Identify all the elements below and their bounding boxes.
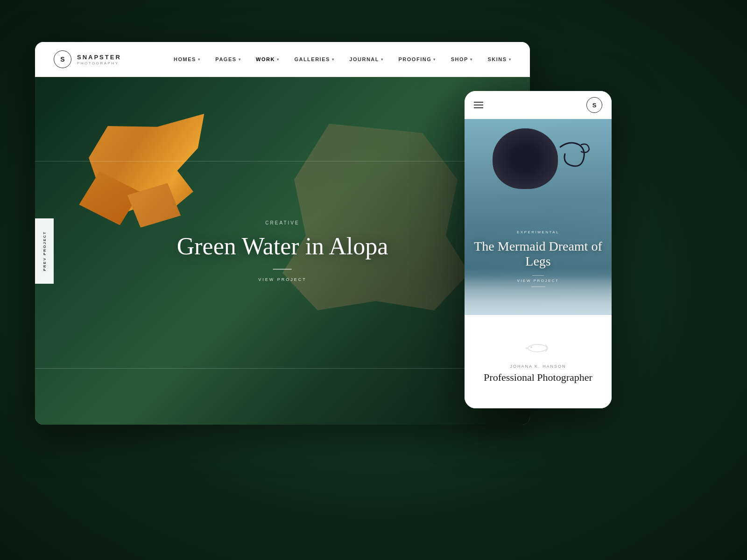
nav-links: HOMES ▾ PAGES ▾ WORK ▾ GALLERIES ▾ JOURN… — [174, 56, 511, 62]
hamburger-line-3 — [474, 107, 483, 108]
chevron-down-icon: ▾ — [381, 57, 384, 62]
hero-line-bottom — [35, 368, 530, 369]
mobile-navbar: S — [465, 91, 612, 119]
chevron-down-icon: ▾ — [239, 57, 241, 62]
chevron-down-icon: ▾ — [433, 57, 436, 62]
logo-area: S SNAPSTER PHOTOGRAPHY — [54, 50, 174, 68]
mobile-mockup: S EXPERIMENTAL The Mermaid Dreamt of Leg… — [465, 91, 612, 408]
brand-subtitle: PHOTOGRAPHY — [77, 61, 121, 65]
prev-project-tab[interactable]: PREV PROJECT — [35, 218, 54, 284]
mobile-hero-title: The Mermaid Dreamt of Legs — [474, 239, 602, 269]
nav-item-shop[interactable]: SHOP ▾ — [451, 56, 473, 62]
nav-item-proofing[interactable]: PROOFING ▾ — [399, 56, 436, 62]
mobile-bottom-section: JOHANA K. HANSON Professional Photograph… — [465, 315, 612, 408]
svg-point-1 — [530, 346, 532, 348]
nav-item-journal[interactable]: JOURNAL ▾ — [349, 56, 383, 62]
mobile-hero-cta-button[interactable]: VIEW PROJECT — [474, 279, 602, 283]
nav-item-work[interactable]: WORK ▾ — [256, 56, 279, 62]
mobile-divider — [532, 275, 544, 276]
nav-item-homes[interactable]: HOMES ▾ — [174, 56, 200, 62]
hero-content: CREATIVE Green Water in Alopa VIEW PROJE… — [177, 220, 388, 281]
logo-initial: S — [60, 56, 64, 63]
hamburger-line-1 — [474, 102, 483, 103]
nav-item-pages[interactable]: PAGES ▾ — [215, 56, 241, 62]
desktop-hero: PREV PROJECT CREATIVE Green Water in Alo… — [35, 77, 530, 425]
mermaid-tail-art — [91, 100, 240, 231]
mobile-hero-content: EXPERIMENTAL The Mermaid Dreamt of Legs … — [465, 230, 612, 287]
photographer-name: JOHANA K. HANSON — [510, 364, 566, 369]
nav-item-skins[interactable]: SKINS ▾ — [487, 56, 511, 62]
chevron-down-icon: ▾ — [509, 57, 512, 62]
chevron-down-icon: ▾ — [332, 57, 335, 62]
logo-circle: S — [54, 50, 71, 68]
hero-category: CREATIVE — [177, 220, 388, 225]
chevron-down-icon: ▾ — [198, 57, 201, 62]
mobile-hero: EXPERIMENTAL The Mermaid Dreamt of Legs … — [465, 119, 612, 315]
svg-point-0 — [528, 344, 547, 352]
hero-cta-button[interactable]: VIEW PROJECT — [177, 277, 388, 282]
hamburger-menu-button[interactable] — [474, 102, 483, 108]
mobile-logo-initial: S — [592, 102, 597, 109]
chevron-down-icon: ▾ — [277, 57, 280, 62]
nav-item-galleries[interactable]: GALLERIES ▾ — [294, 56, 334, 62]
mobile-hero-category: EXPERIMENTAL — [474, 230, 602, 234]
mobile-rope-decoration — [556, 138, 593, 175]
hero-line-top — [35, 161, 530, 161]
fish-icon — [524, 340, 552, 358]
desktop-navbar: S SNAPSTER PHOTOGRAPHY HOMES ▾ PAGES ▾ W… — [35, 42, 530, 77]
hero-title: Green Water in Alopa — [177, 232, 388, 259]
mobile-hat-shape — [493, 128, 558, 189]
chevron-down-icon: ▾ — [470, 57, 473, 62]
brand-name: SNAPSTER — [77, 54, 121, 61]
mobile-cta-underline — [531, 287, 545, 287]
mobile-logo-circle[interactable]: S — [586, 97, 602, 113]
hero-divider — [273, 269, 292, 270]
desktop-mockup: S SNAPSTER PHOTOGRAPHY HOMES ▾ PAGES ▾ W… — [35, 42, 530, 425]
photographer-title: Professional Photographer — [484, 371, 592, 384]
hamburger-line-2 — [474, 105, 483, 105]
logo-text: SNAPSTER PHOTOGRAPHY — [77, 54, 121, 65]
prev-project-label: PREV PROJECT — [42, 231, 47, 271]
